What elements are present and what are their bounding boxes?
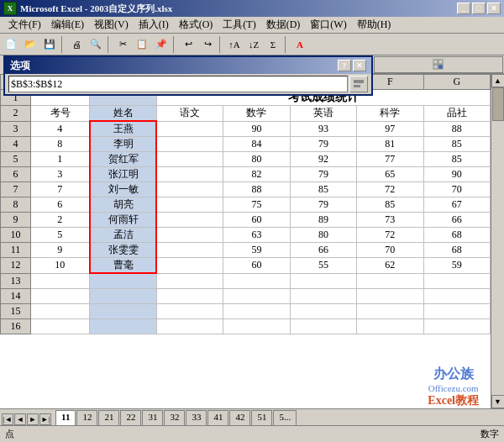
cell-d14[interactable]: [223, 288, 290, 303]
cell-a7[interactable]: 7: [30, 182, 89, 197]
cell-f12[interactable]: 62: [357, 258, 423, 274]
cell-g9[interactable]: 66: [423, 213, 490, 228]
cell-d3[interactable]: 90: [223, 121, 290, 137]
cell-g8[interactable]: 67: [423, 197, 490, 213]
menu-format[interactable]: 格式(O): [174, 16, 218, 34]
cell-c14[interactable]: [156, 288, 223, 303]
sheet-tab-51[interactable]: 51: [251, 410, 272, 425]
cell-f5[interactable]: 77: [357, 152, 423, 167]
options-close-button[interactable]: ✕: [353, 60, 366, 71]
cell-d8[interactable]: 75: [223, 197, 290, 213]
tab-first-button[interactable]: |◄: [2, 413, 13, 425]
cell-e9[interactable]: 89: [290, 213, 356, 228]
cell-b10[interactable]: 孟洁: [90, 228, 156, 243]
menu-insert[interactable]: 插入(I): [134, 16, 174, 34]
cell-b12[interactable]: 曹毫: [90, 258, 156, 274]
cell-g10[interactable]: 68: [423, 228, 490, 243]
cell-a13[interactable]: [30, 273, 89, 288]
cell-a11[interactable]: 9: [30, 243, 89, 258]
options-help-button[interactable]: ?: [338, 60, 351, 71]
cell-g16[interactable]: [423, 318, 490, 334]
cell-b2[interactable]: 姓名: [90, 106, 156, 122]
cell-b8[interactable]: 胡亮: [90, 197, 156, 213]
cell-e7[interactable]: 85: [290, 182, 356, 197]
close-button[interactable]: ✕: [487, 3, 501, 14]
cell-c11[interactable]: [156, 243, 223, 258]
cell-d11[interactable]: 59: [223, 243, 290, 258]
cell-b9[interactable]: 何雨轩: [90, 213, 156, 228]
menu-data[interactable]: 数据(D): [261, 16, 306, 34]
cell-d12[interactable]: 60: [223, 258, 290, 274]
tab-next-button[interactable]: ►: [27, 413, 39, 425]
cell-d15[interactable]: [223, 303, 290, 318]
print-button[interactable]: 🖨: [67, 35, 86, 54]
sigma-button[interactable]: Σ: [264, 35, 282, 54]
cell-f6[interactable]: 65: [357, 167, 423, 182]
menu-help[interactable]: 帮助(H): [352, 16, 396, 34]
sheet-tab-33[interactable]: 33: [186, 410, 207, 425]
redo-button[interactable]: ↪: [198, 35, 217, 54]
sheet-tab-41[interactable]: 41: [207, 410, 228, 425]
cell-d16[interactable]: [223, 318, 290, 334]
cell-f9[interactable]: 73: [357, 213, 423, 228]
cell-f16[interactable]: [357, 318, 423, 334]
cell-g14[interactable]: [423, 288, 490, 303]
sheet-tab-11[interactable]: 11: [55, 410, 76, 425]
maximize-button[interactable]: □: [472, 3, 486, 14]
cell-g7[interactable]: 70: [423, 182, 490, 197]
menu-view[interactable]: 视图(V): [89, 16, 134, 34]
cell-d5[interactable]: 80: [223, 152, 290, 167]
cell-c12[interactable]: [156, 258, 223, 274]
tab-last-button[interactable]: ►|: [39, 413, 51, 425]
cut-button[interactable]: ✂: [113, 35, 132, 54]
cell-d6[interactable]: 82: [223, 167, 290, 182]
cell-c3[interactable]: [156, 121, 223, 137]
cell-e15[interactable]: [290, 303, 356, 318]
cell-e16[interactable]: [290, 318, 356, 334]
cell-e2[interactable]: 英语: [290, 106, 356, 122]
cell-c7[interactable]: [156, 182, 223, 197]
cell-e5[interactable]: 92: [290, 152, 356, 167]
cell-g4[interactable]: 85: [423, 137, 490, 152]
cell-c8[interactable]: [156, 197, 223, 213]
cell-e14[interactable]: [290, 288, 356, 303]
menu-tools[interactable]: 工具(T): [218, 16, 260, 34]
sheet-tab-31[interactable]: 31: [142, 410, 163, 425]
cell-a10[interactable]: 5: [30, 228, 89, 243]
cell-g3[interactable]: 88: [423, 121, 490, 137]
cell-d2[interactable]: 数学: [223, 106, 290, 122]
cell-d13[interactable]: [223, 273, 290, 288]
cell-f13[interactable]: [357, 273, 423, 288]
cell-c10[interactable]: [156, 228, 223, 243]
cell-a3[interactable]: 4: [30, 121, 89, 137]
cell-f11[interactable]: 70: [357, 243, 423, 258]
scroll-down-button[interactable]: ▼: [491, 395, 505, 408]
cell-b6[interactable]: 张江明: [90, 167, 156, 182]
cell-b14[interactable]: [90, 288, 156, 303]
cell-g12[interactable]: 59: [423, 258, 490, 274]
copy-button[interactable]: 📋: [133, 35, 151, 54]
cell-c4[interactable]: [156, 137, 223, 152]
sort-asc-button[interactable]: ↑A: [225, 35, 244, 54]
sheet-tab-42[interactable]: 42: [229, 410, 250, 425]
cell-e6[interactable]: 79: [290, 167, 356, 182]
cell-f15[interactable]: [357, 303, 423, 318]
cell-d7[interactable]: 88: [223, 182, 290, 197]
cell-e8[interactable]: 79: [290, 197, 356, 213]
cell-b4[interactable]: 李明: [90, 137, 156, 152]
cell-g2[interactable]: 品社: [423, 106, 490, 122]
cell-d10[interactable]: 63: [223, 228, 290, 243]
undo-button[interactable]: ↩: [179, 35, 197, 54]
cell-e12[interactable]: 55: [290, 258, 356, 274]
sheet-tab-21[interactable]: 21: [98, 410, 119, 425]
cell-c16[interactable]: [156, 318, 223, 334]
cell-b13[interactable]: [90, 273, 156, 288]
cell-c9[interactable]: [156, 213, 223, 228]
cell-g15[interactable]: [423, 303, 490, 318]
minimize-button[interactable]: _: [457, 3, 470, 14]
cell-g6[interactable]: 90: [423, 167, 490, 182]
cell-f4[interactable]: 81: [357, 137, 423, 152]
cell-b16[interactable]: [90, 318, 156, 334]
cell-c6[interactable]: [156, 167, 223, 182]
cell-a15[interactable]: [30, 303, 89, 318]
